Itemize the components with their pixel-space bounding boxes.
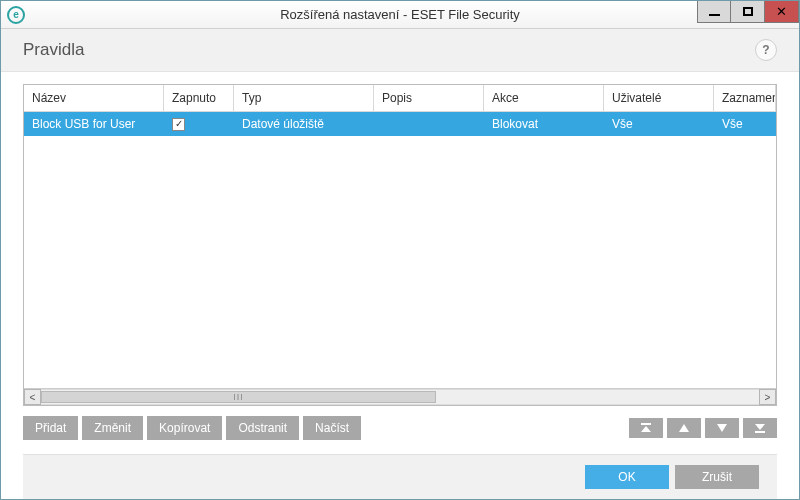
toolbar-left: Přidat Změnit Kopírovat Odstranit Načíst — [23, 416, 361, 440]
column-header-log[interactable]: Zaznamenávat od úr — [714, 85, 776, 112]
minimize-button[interactable] — [697, 1, 731, 23]
column-header-action[interactable]: Akce — [484, 85, 604, 112]
footer: OK Zrušit — [23, 454, 777, 499]
svg-marker-2 — [679, 424, 689, 432]
ok-button[interactable]: OK — [585, 465, 669, 489]
svg-marker-3 — [717, 424, 727, 432]
svg-rect-5 — [755, 431, 765, 433]
toolbar-right — [629, 418, 777, 438]
window-title: Rozšířená nastavení - ESET File Security — [1, 7, 799, 22]
copy-button[interactable]: Kopírovat — [147, 416, 222, 440]
cell-log: Vše — [714, 117, 776, 131]
titlebar: e Rozšířená nastavení - ESET File Securi… — [1, 1, 799, 29]
edit-button[interactable]: Změnit — [82, 416, 143, 440]
cell-users: Vše — [604, 117, 714, 131]
close-button[interactable]: ✕ — [765, 1, 799, 23]
scroll-right-button[interactable]: > — [759, 389, 776, 405]
rules-table: Název Zapnuto Typ Popis Akce Uživatelé Z… — [23, 84, 777, 406]
header-strip: Pravidla ? — [1, 29, 799, 72]
maximize-button[interactable] — [731, 1, 765, 23]
app-icon: e — [7, 6, 25, 24]
scroll-track[interactable]: III — [41, 389, 759, 405]
window: e Rozšířená nastavení - ESET File Securi… — [0, 0, 800, 500]
delete-button[interactable]: Odstranit — [226, 416, 299, 440]
load-button[interactable]: Načíst — [303, 416, 361, 440]
svg-marker-1 — [641, 426, 651, 432]
svg-marker-4 — [755, 424, 765, 430]
column-header-enabled[interactable]: Zapnuto — [164, 85, 234, 112]
help-button[interactable]: ? — [755, 39, 777, 61]
page-title: Pravidla — [23, 40, 84, 60]
move-bottom-button[interactable] — [743, 418, 777, 438]
move-up-button[interactable] — [667, 418, 701, 438]
window-controls: ✕ — [697, 1, 799, 28]
column-header-users[interactable]: Uživatelé — [604, 85, 714, 112]
enabled-checkbox[interactable]: ✓ — [172, 118, 185, 131]
table-row[interactable]: Block USB for User ✓ Datové úložiště Blo… — [24, 112, 776, 136]
cell-type: Datové úložiště — [234, 117, 374, 131]
column-header-name[interactable]: Název — [24, 85, 164, 112]
column-header-desc[interactable]: Popis — [374, 85, 484, 112]
table-header: Název Zapnuto Typ Popis Akce Uživatelé Z… — [24, 85, 776, 112]
move-down-button[interactable] — [705, 418, 739, 438]
table-body: Block USB for User ✓ Datové úložiště Blo… — [24, 112, 776, 388]
cell-enabled: ✓ — [164, 118, 234, 131]
horizontal-scrollbar: < III > — [24, 388, 776, 405]
cancel-button[interactable]: Zrušit — [675, 465, 759, 489]
svg-rect-0 — [641, 423, 651, 425]
move-top-icon — [640, 423, 652, 433]
move-down-icon — [716, 423, 728, 433]
move-bottom-icon — [754, 423, 766, 433]
move-top-button[interactable] — [629, 418, 663, 438]
content: Název Zapnuto Typ Popis Akce Uživatelé Z… — [1, 72, 799, 499]
cell-action: Blokovat — [484, 117, 604, 131]
column-header-type[interactable]: Typ — [234, 85, 374, 112]
add-button[interactable]: Přidat — [23, 416, 78, 440]
scroll-grip-icon: III — [233, 392, 244, 402]
scroll-thumb[interactable]: III — [41, 391, 436, 403]
move-up-icon — [678, 423, 690, 433]
scroll-left-button[interactable]: < — [24, 389, 41, 405]
toolbar: Přidat Změnit Kopírovat Odstranit Načíst — [23, 406, 777, 440]
cell-name: Block USB for User — [24, 117, 164, 131]
